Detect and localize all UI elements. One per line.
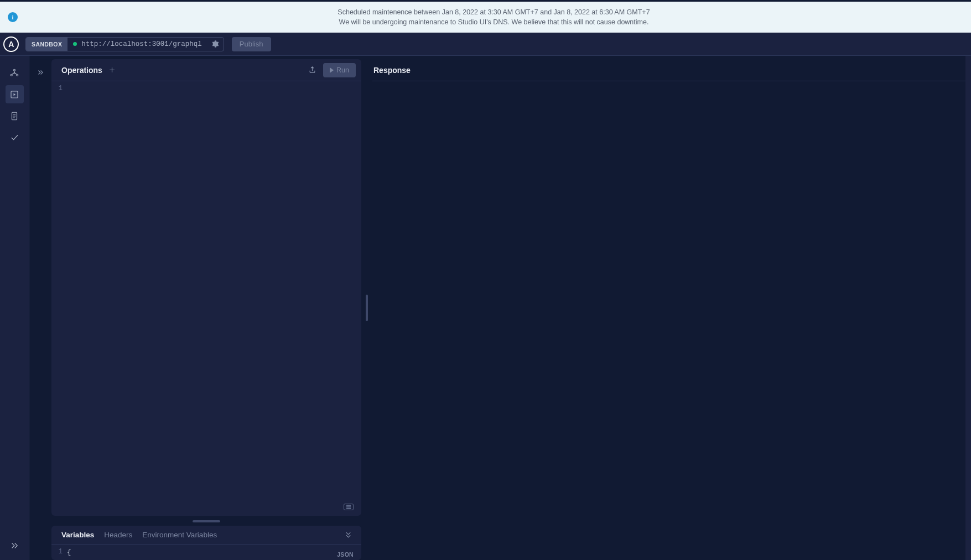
format-label[interactable]: JSON — [337, 551, 354, 558]
svg-point-2 — [17, 74, 18, 76]
docs-icon — [9, 111, 19, 121]
brand-logo[interactable]: A — [3, 36, 19, 52]
share-button[interactable] — [304, 62, 320, 78]
banner-line-1: Scheduled maintenence between Jan 8, 202… — [24, 7, 963, 17]
operations-editor[interactable]: 1 — [51, 81, 361, 516]
variables-panel: Variables Headers Environment Variables … — [51, 526, 361, 560]
play-icon — [330, 67, 334, 73]
run-button[interactable]: Run — [323, 63, 356, 77]
keyboard-shortcuts-button[interactable] — [344, 504, 354, 510]
info-icon: i — [8, 12, 18, 22]
line-gutter: 1 — [51, 81, 67, 516]
tab-headers[interactable]: Headers — [104, 531, 132, 539]
plus-icon — [108, 66, 116, 74]
svg-point-1 — [11, 74, 12, 76]
sidebar — [0, 56, 29, 560]
settings-button[interactable] — [206, 38, 224, 51]
operations-panel: Operations Run 1 — [51, 59, 361, 516]
right-strip — [965, 56, 971, 560]
sidebar-item-explorer[interactable] — [6, 85, 24, 103]
sidebar-item-schema[interactable] — [6, 64, 24, 82]
chevron-double-down-icon — [344, 531, 352, 539]
banner-text: Scheduled maintenence between Jan 8, 202… — [24, 7, 963, 27]
check-icon — [9, 133, 19, 143]
sidebar-item-checks[interactable] — [6, 128, 24, 146]
expand-docs-button[interactable] — [34, 66, 47, 79]
workspace: Operations Run 1 — [29, 56, 971, 560]
status-dot-icon — [73, 42, 77, 46]
banner-line-2: We will be undergoing maintenance to Stu… — [24, 17, 963, 27]
collapse-variables-button[interactable] — [340, 527, 356, 543]
explorer-icon — [9, 90, 19, 100]
response-column: Response — [372, 56, 965, 560]
tab-env-variables[interactable]: Environment Variables — [142, 531, 217, 539]
horizontal-resize-handle[interactable] — [361, 56, 372, 560]
add-tab-button[interactable] — [105, 62, 120, 78]
line-number: 1 — [51, 85, 63, 92]
line-gutter: 1 — [51, 545, 67, 560]
sidebar-expand-button[interactable] — [6, 536, 24, 554]
variables-content: { — [67, 548, 71, 558]
response-title: Response — [372, 59, 965, 81]
code-area[interactable] — [67, 81, 361, 516]
tab-variables[interactable]: Variables — [61, 531, 94, 539]
publish-button[interactable]: Publish — [232, 37, 271, 51]
gear-icon — [211, 40, 219, 48]
grip-icon — [366, 295, 368, 321]
app-header: A SANDBOX http://localhost:3001/graphql … — [0, 33, 971, 56]
operations-title: Operations — [61, 66, 102, 75]
line-number: 1 — [51, 548, 63, 556]
chevron-double-right-icon — [9, 541, 19, 551]
variables-header: Variables Headers Environment Variables — [51, 526, 361, 545]
maintenance-banner: i Scheduled maintenence between Jan 8, 2… — [0, 2, 971, 33]
share-icon — [308, 66, 316, 74]
endpoint-url[interactable]: http://localhost:3001/graphql — [81, 40, 206, 48]
code-area[interactable]: { — [67, 545, 361, 560]
env-badge: SANDBOX — [26, 38, 67, 51]
vertical-resize-handle[interactable] — [193, 520, 220, 522]
schema-icon — [9, 68, 19, 78]
variables-editor[interactable]: 1 { — [51, 545, 361, 560]
sidebar-item-docs[interactable] — [6, 107, 24, 125]
editor-column: Operations Run 1 — [51, 56, 361, 560]
operations-header: Operations Run — [51, 59, 361, 81]
chevron-double-right-icon — [37, 69, 44, 76]
run-label: Run — [336, 66, 349, 74]
endpoint-pill: SANDBOX http://localhost:3001/graphql — [25, 37, 224, 51]
response-body — [372, 81, 965, 560]
docs-panel-collapsed — [29, 56, 51, 560]
svg-point-0 — [14, 69, 15, 71]
